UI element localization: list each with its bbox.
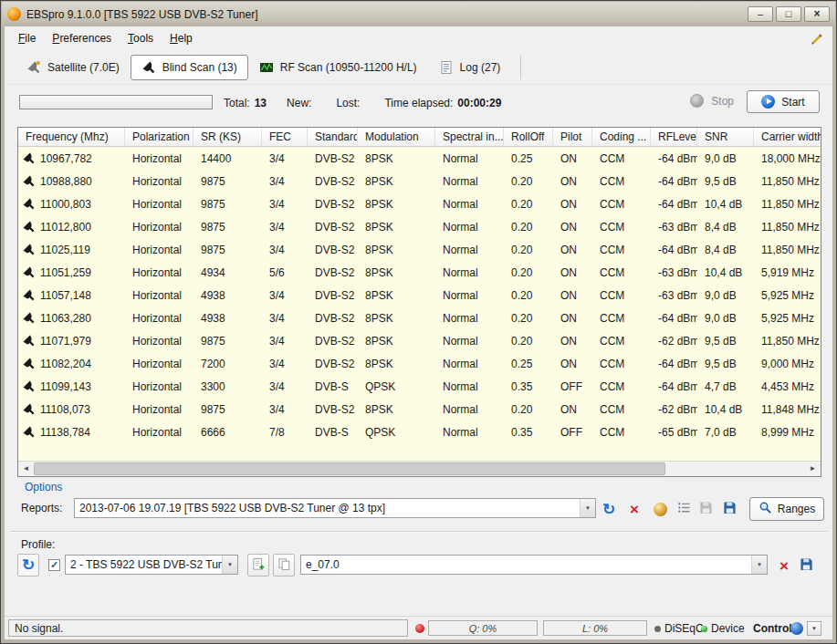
column-header[interactable]: Pilot	[553, 128, 592, 146]
table-row[interactable]: 11082,204Horizontal72003/4DVB-S28PSKNorm…	[18, 352, 821, 375]
table-row[interactable]: 11057,148Horizontal49383/4DVB-S28PSKNorm…	[18, 284, 821, 306]
menu-tools[interactable]: Tools	[120, 28, 162, 48]
scan-stats: Total: 13 New: Lost: Time elapsed: 00:00…	[224, 97, 501, 109]
chevron-down-icon[interactable]: ▼	[580, 499, 595, 517]
start-button[interactable]: Start	[747, 90, 820, 113]
column-header[interactable]: FEC	[262, 128, 308, 146]
reports-delete-button[interactable]: ×	[623, 498, 645, 520]
satellite-dish-icon	[22, 334, 36, 348]
horizontal-scrollbar[interactable]: ◄ ►	[18, 461, 821, 476]
table-row[interactable]: 10967,782Horizontal144003/4DVB-S28PSKNor…	[18, 147, 821, 170]
table-row[interactable]: 11099,143Horizontal33003/4DVB-SQPSKNorma…	[18, 375, 821, 398]
column-header[interactable]: Polarization	[125, 128, 194, 146]
table-cell: QPSK	[358, 426, 435, 439]
table-cell: 3/4	[262, 312, 308, 325]
tab-rf-scan[interactable]: RF Scan (10950-11200 H/L)	[248, 55, 428, 80]
titlebar[interactable]: EBSpro 9.1.0.0 [TBS 5922 USB DVB-S2 Tune…	[2, 2, 835, 26]
table-cell: 0.35	[504, 426, 553, 439]
column-header[interactable]: RFLevel	[651, 128, 697, 146]
column-header[interactable]: Modulation	[358, 128, 435, 146]
delete-icon: ×	[630, 502, 639, 517]
table-cell: 10,4 dB	[697, 198, 754, 211]
reports-details-button[interactable]	[673, 498, 695, 520]
column-header[interactable]: Coding ...	[592, 128, 651, 146]
profile-delete-button[interactable]: ×	[773, 555, 795, 576]
profile-refresh-button[interactable]: ↻	[17, 554, 39, 576]
table-cell: 11012,800	[18, 220, 125, 234]
table-cell: 8,4 dB	[697, 221, 754, 234]
table-cell: Normal	[435, 244, 504, 256]
table-cell: 3/4	[262, 152, 308, 165]
stop-button[interactable]: Stop	[690, 94, 734, 108]
reports-world-button[interactable]	[649, 498, 671, 520]
table-cell: 7200	[194, 358, 262, 370]
profile-checkbox[interactable]: ✓	[48, 559, 60, 571]
column-header[interactable]: Standard	[308, 128, 358, 146]
save-icon	[723, 501, 737, 517]
scrollbar-thumb[interactable]	[34, 462, 665, 475]
column-header[interactable]: Carrier width	[754, 128, 821, 146]
new-profile-button[interactable]	[247, 554, 269, 576]
chevron-down-icon[interactable]: ▼	[751, 556, 767, 574]
column-header[interactable]: SNR	[697, 128, 754, 146]
reports-label: Reports:	[21, 502, 62, 514]
table-cell: 5/6	[262, 266, 308, 279]
reports-combobox[interactable]: 2013-07-06 19.07.19 [TBS 5922 USB DVB-S2…	[74, 498, 596, 518]
ranges-button[interactable]: Ranges	[749, 497, 824, 521]
reports-refresh-button[interactable]: ↻	[598, 498, 620, 520]
maximize-button[interactable]: □	[776, 6, 801, 22]
table-cell: CCM	[592, 312, 651, 325]
tab-satellite[interactable]: Satellite (7.0E)	[16, 55, 131, 80]
column-header[interactable]: RollOff	[504, 128, 553, 146]
table-cell: 8PSK	[358, 152, 435, 165]
table-row[interactable]: 11025,119Horizontal98753/4DVB-S28PSKNorm…	[18, 238, 821, 261]
column-header[interactable]: SR (KS)	[194, 128, 262, 146]
table-cell: 4938	[194, 289, 262, 302]
table-cell: CCM	[592, 198, 651, 211]
menu-file[interactable]: File	[10, 28, 44, 48]
options-link[interactable]: Options	[25, 481, 62, 493]
reports-save-button[interactable]	[718, 498, 740, 520]
close-button[interactable]: ×	[804, 6, 830, 22]
profile-name-combobox[interactable]: e_07.0 ▼	[300, 555, 768, 575]
control-globe-icon[interactable]	[790, 622, 803, 635]
table-cell: 0.25	[504, 358, 553, 370]
tab-blind-scan[interactable]: Blind Scan (13)	[131, 55, 248, 80]
table-row[interactable]: 11138,784Horizontal66667/8DVB-SQPSKNorma…	[18, 421, 821, 443]
table-cell: 11057,148	[18, 288, 125, 302]
table-cell: -62 dBm	[651, 335, 697, 348]
chevron-down-icon[interactable]: ▼	[222, 556, 237, 574]
table-row[interactable]: 11000,803Horizontal98753/4DVB-S28PSKNorm…	[18, 192, 821, 215]
table-row[interactable]: 11108,073Horizontal98753/4DVB-S28PSKNorm…	[18, 398, 821, 421]
table-cell: 9,000 MHz	[754, 358, 821, 370]
status-dropdown-button[interactable]: ▼	[807, 621, 821, 636]
table-row[interactable]: 11012,800Horizontal98753/4DVB-S28PSKNorm…	[18, 215, 821, 238]
device-combobox[interactable]: 2 - TBS 5922 USB DVB-S2 Tuner ▼	[65, 555, 238, 575]
list-icon	[677, 501, 691, 517]
table-cell: DVB-S2	[308, 221, 358, 234]
column-header[interactable]: Frequency (Mhz)	[18, 128, 125, 146]
table-cell: ON	[553, 175, 592, 188]
table-row[interactable]: 11051,259Horizontal49345/6DVB-S28PSKNorm…	[18, 261, 821, 284]
profile-selected-value: e_07.0	[301, 558, 751, 571]
table-cell: 9875	[194, 175, 262, 188]
scroll-right-arrow-icon[interactable]: ►	[805, 462, 821, 476]
table-cell: -64 dBm	[651, 152, 697, 165]
pen-tool-icon[interactable]	[810, 31, 823, 47]
app-window: EBSpro 9.1.0.0 [TBS 5922 USB DVB-S2 Tune…	[0, 0, 837, 644]
menu-preferences[interactable]: Preferences	[44, 28, 120, 48]
copy-profile-button[interactable]	[273, 554, 295, 576]
client-area: File Preferences Tools Help Satellite (7…	[5, 26, 832, 639]
table-cell: 4,7 dB	[697, 380, 754, 393]
table-row[interactable]: 11063,280Horizontal49383/4DVB-S28PSKNorm…	[18, 306, 821, 329]
tab-log[interactable]: Log (27)	[428, 55, 512, 80]
profile-save-button[interactable]	[795, 555, 817, 576]
minimize-button[interactable]: –	[748, 6, 773, 22]
table-cell: 8PSK	[358, 266, 435, 279]
table-row[interactable]: 10988,880Horizontal98753/4DVB-S28PSKNorm…	[18, 170, 821, 192]
scroll-left-arrow-icon[interactable]: ◄	[18, 462, 34, 476]
table-cell: 0.20	[504, 312, 553, 325]
table-row[interactable]: 11071,979Horizontal98753/4DVB-S28PSKNorm…	[18, 329, 821, 352]
menu-help[interactable]: Help	[162, 28, 201, 48]
column-header[interactable]: Spectral in...	[435, 128, 504, 146]
